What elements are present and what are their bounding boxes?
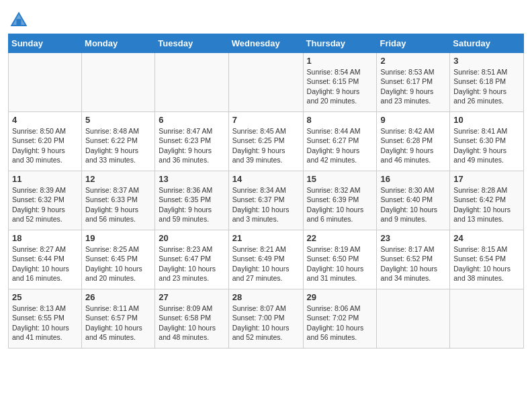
cell-w1-d6: 10Sunrise: 8:41 AMSunset: 6:30 PMDayligh… (450, 112, 524, 171)
week-row-1: 4Sunrise: 8:50 AMSunset: 6:20 PMDaylight… (9, 112, 524, 171)
day-info: Sunrise: 8:39 AMSunset: 6:32 PMDaylight:… (12, 185, 78, 224)
day-number: 29 (307, 292, 373, 302)
cell-w0-d6: 3Sunrise: 8:51 AMSunset: 6:18 PMDaylight… (450, 53, 524, 112)
day-info: Sunrise: 8:41 AMSunset: 6:30 PMDaylight:… (453, 126, 520, 165)
cell-w0-d2 (155, 53, 228, 112)
cell-w2-d6: 17Sunrise: 8:28 AMSunset: 6:42 PMDayligh… (450, 171, 524, 230)
day-info: Sunrise: 8:15 AMSunset: 6:54 PMDaylight:… (453, 244, 520, 283)
cell-w3-d4: 22Sunrise: 8:19 AMSunset: 6:50 PMDayligh… (303, 230, 377, 289)
week-row-0: 1Sunrise: 8:54 AMSunset: 6:15 PMDaylight… (9, 53, 524, 112)
cell-w3-d3: 21Sunrise: 8:21 AMSunset: 6:49 PMDayligh… (228, 230, 303, 289)
cell-w1-d5: 9Sunrise: 8:42 AMSunset: 6:28 PMDaylight… (377, 112, 450, 171)
calendar-table: SundayMondayTuesdayWednesdayThursdayFrid… (8, 34, 524, 349)
day-number: 20 (159, 233, 224, 243)
day-number: 6 (159, 115, 224, 125)
day-number: 27 (159, 292, 224, 302)
day-info: Sunrise: 8:06 AMSunset: 7:02 PMDaylight:… (307, 304, 373, 342)
day-number: 26 (85, 292, 151, 302)
header (8, 7, 524, 31)
day-info: Sunrise: 8:11 AMSunset: 6:57 PMDaylight:… (85, 304, 151, 342)
cell-w4-d1: 26Sunrise: 8:11 AMSunset: 6:57 PMDayligh… (82, 289, 155, 349)
day-info: Sunrise: 8:36 AMSunset: 6:35 PMDaylight:… (159, 185, 224, 224)
cell-w0-d3 (228, 53, 303, 112)
day-info: Sunrise: 8:34 AMSunset: 6:37 PMDaylight:… (232, 185, 300, 224)
cell-w0-d1 (82, 53, 155, 112)
logo (8, 9, 32, 31)
day-info: Sunrise: 8:50 AMSunset: 6:20 PMDaylight:… (12, 126, 78, 165)
cell-w4-d3: 28Sunrise: 8:07 AMSunset: 7:00 PMDayligh… (228, 289, 303, 349)
day-number: 19 (85, 233, 151, 243)
day-number: 3 (453, 56, 520, 66)
cell-w2-d0: 11Sunrise: 8:39 AMSunset: 6:32 PMDayligh… (9, 171, 82, 230)
cell-w1-d3: 7Sunrise: 8:45 AMSunset: 6:25 PMDaylight… (228, 112, 303, 171)
cell-w2-d1: 12Sunrise: 8:37 AMSunset: 6:33 PMDayligh… (82, 171, 155, 230)
day-info: Sunrise: 8:28 AMSunset: 6:42 PMDaylight:… (453, 185, 520, 224)
day-info: Sunrise: 8:25 AMSunset: 6:45 PMDaylight:… (85, 244, 151, 283)
day-info: Sunrise: 8:30 AMSunset: 6:40 PMDaylight:… (380, 185, 446, 224)
day-info: Sunrise: 8:23 AMSunset: 6:47 PMDaylight:… (159, 244, 224, 283)
cell-w3-d6: 24Sunrise: 8:15 AMSunset: 6:54 PMDayligh… (450, 230, 524, 289)
cell-w4-d0: 25Sunrise: 8:13 AMSunset: 6:55 PMDayligh… (9, 289, 82, 349)
cell-w1-d0: 4Sunrise: 8:50 AMSunset: 6:20 PMDaylight… (9, 112, 82, 171)
day-info: Sunrise: 8:21 AMSunset: 6:49 PMDaylight:… (232, 244, 300, 283)
day-info: Sunrise: 8:42 AMSunset: 6:28 PMDaylight:… (380, 126, 446, 165)
cell-w2-d2: 13Sunrise: 8:36 AMSunset: 6:35 PMDayligh… (155, 171, 228, 230)
day-info: Sunrise: 8:54 AMSunset: 6:15 PMDaylight:… (307, 67, 373, 106)
day-number: 1 (307, 56, 373, 66)
day-number: 5 (85, 115, 151, 125)
day-info: Sunrise: 8:51 AMSunset: 6:18 PMDaylight:… (453, 67, 520, 106)
day-info: Sunrise: 8:48 AMSunset: 6:22 PMDaylight:… (85, 126, 151, 165)
day-number: 21 (232, 233, 300, 243)
cell-w4-d5 (377, 289, 450, 349)
day-info: Sunrise: 8:19 AMSunset: 6:50 PMDaylight:… (307, 244, 373, 283)
day-number: 25 (12, 292, 78, 302)
logo-icon (8, 9, 30, 31)
day-number: 12 (85, 174, 151, 184)
col-header-thursday: Thursday (303, 34, 377, 53)
day-info: Sunrise: 8:17 AMSunset: 6:52 PMDaylight:… (380, 244, 446, 283)
cell-w4-d6 (450, 289, 524, 349)
day-number: 11 (12, 174, 78, 184)
svg-rect-2 (16, 19, 21, 26)
day-info: Sunrise: 8:27 AMSunset: 6:44 PMDaylight:… (12, 244, 78, 283)
cell-w2-d3: 14Sunrise: 8:34 AMSunset: 6:37 PMDayligh… (228, 171, 303, 230)
cell-w2-d4: 15Sunrise: 8:32 AMSunset: 6:39 PMDayligh… (303, 171, 377, 230)
day-number: 4 (12, 115, 78, 125)
day-info: Sunrise: 8:32 AMSunset: 6:39 PMDaylight:… (307, 185, 373, 224)
cell-w3-d0: 18Sunrise: 8:27 AMSunset: 6:44 PMDayligh… (9, 230, 82, 289)
day-info: Sunrise: 8:47 AMSunset: 6:23 PMDaylight:… (159, 126, 224, 165)
cell-w2-d5: 16Sunrise: 8:30 AMSunset: 6:40 PMDayligh… (377, 171, 450, 230)
day-number: 16 (380, 174, 446, 184)
cell-w4-d4: 29Sunrise: 8:06 AMSunset: 7:02 PMDayligh… (303, 289, 377, 349)
week-row-2: 11Sunrise: 8:39 AMSunset: 6:32 PMDayligh… (9, 171, 524, 230)
day-number: 24 (453, 233, 520, 243)
col-header-monday: Monday (82, 34, 155, 53)
cell-w1-d4: 8Sunrise: 8:44 AMSunset: 6:27 PMDaylight… (303, 112, 377, 171)
cell-w1-d1: 5Sunrise: 8:48 AMSunset: 6:22 PMDaylight… (82, 112, 155, 171)
day-info: Sunrise: 8:07 AMSunset: 7:00 PMDaylight:… (232, 304, 300, 342)
day-number: 8 (307, 115, 373, 125)
day-number: 17 (453, 174, 520, 184)
col-header-sunday: Sunday (9, 34, 82, 53)
day-number: 7 (232, 115, 300, 125)
cell-w0-d0 (9, 53, 82, 112)
day-number: 9 (380, 115, 446, 125)
col-header-wednesday: Wednesday (228, 34, 303, 53)
cell-w3-d2: 20Sunrise: 8:23 AMSunset: 6:47 PMDayligh… (155, 230, 228, 289)
day-info: Sunrise: 8:45 AMSunset: 6:25 PMDaylight:… (232, 126, 300, 165)
page: SundayMondayTuesdayWednesdayThursdayFrid… (0, 0, 532, 411)
day-number: 2 (380, 56, 446, 66)
cell-w4-d2: 27Sunrise: 8:09 AMSunset: 6:58 PMDayligh… (155, 289, 228, 349)
day-number: 13 (159, 174, 224, 184)
cell-w3-d5: 23Sunrise: 8:17 AMSunset: 6:52 PMDayligh… (377, 230, 450, 289)
day-number: 22 (307, 233, 373, 243)
day-info: Sunrise: 8:44 AMSunset: 6:27 PMDaylight:… (307, 126, 373, 165)
day-number: 23 (380, 233, 446, 243)
day-number: 10 (453, 115, 520, 125)
day-info: Sunrise: 8:53 AMSunset: 6:17 PMDaylight:… (380, 67, 446, 106)
col-header-friday: Friday (377, 34, 450, 53)
day-number: 14 (232, 174, 300, 184)
day-info: Sunrise: 8:09 AMSunset: 6:58 PMDaylight:… (159, 304, 224, 342)
cell-w1-d2: 6Sunrise: 8:47 AMSunset: 6:23 PMDaylight… (155, 112, 228, 171)
header-row: SundayMondayTuesdayWednesdayThursdayFrid… (9, 34, 524, 53)
